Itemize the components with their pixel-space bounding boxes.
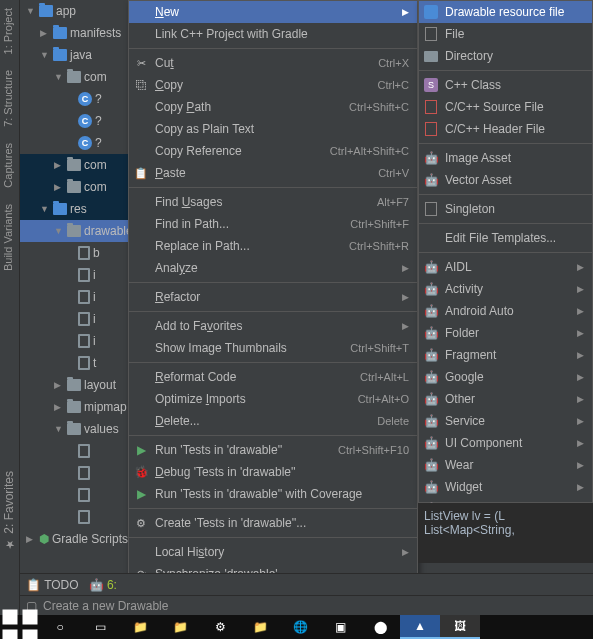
menu-item-edittmpl[interactable]: Edit File Templates... <box>419 227 592 249</box>
menu-item-label: Create 'Tests in 'drawable''... <box>155 516 409 530</box>
tree-node-manifests[interactable]: ▶manifests <box>20 22 133 44</box>
menu-item-reformat[interactable]: Reformat CodeCtrl+Alt+L <box>129 366 417 388</box>
task-app-active[interactable]: 🖼 <box>440 615 480 639</box>
logcat-tab[interactable]: 🤖 6: <box>89 578 117 592</box>
menu-item-copypath[interactable]: Copy PathCtrl+Shift+C <box>129 96 417 118</box>
menu-item-singleton[interactable]: Singleton <box>419 198 592 220</box>
tree-node-com1[interactable]: ▼com <box>20 66 133 88</box>
menu-item-linkcpp[interactable]: Link C++ Project with Gradle <box>129 23 417 45</box>
sidetab-structure[interactable]: 7: Structure <box>0 62 16 135</box>
sidetab-captures[interactable]: Captures <box>0 135 16 196</box>
menu-item-copy[interactable]: ⿻CopyCtrl+C <box>129 74 417 96</box>
sidetab-favorites[interactable]: ★ 2: Favorites <box>0 463 18 559</box>
xml-file-icon <box>78 312 90 326</box>
menu-item-cppsrc[interactable]: C/C++ Source File <box>419 96 592 118</box>
menu-item-label: C/C++ Source File <box>445 100 584 114</box>
sidetab-project[interactable]: 1: Project <box>0 0 16 62</box>
tree-node-file[interactable]: t <box>20 352 133 374</box>
menu-item-fragment[interactable]: 🤖Fragment▶ <box>419 344 592 366</box>
menu-item-service[interactable]: 🤖Service▶ <box>419 410 592 432</box>
tree-node-mipmap[interactable]: ▶mipmap <box>20 396 133 418</box>
task-app[interactable]: 🌐 <box>280 615 320 639</box>
menu-item-activity[interactable]: 🤖Activity▶ <box>419 278 592 300</box>
tree-node-com3[interactable]: ▶com <box>20 176 133 198</box>
menu-item-other[interactable]: 🤖Other▶ <box>419 388 592 410</box>
menu-item-folder[interactable]: 🤖Folder▶ <box>419 322 592 344</box>
menu-item-wear[interactable]: 🤖Wear▶ <box>419 454 592 476</box>
menu-item-directory[interactable]: Directory <box>419 45 592 67</box>
menu-item-drawres[interactable]: Drawable resource file <box>419 1 592 23</box>
menu-shortcut: Ctrl+C <box>378 79 409 91</box>
cortana-button[interactable]: ○ <box>40 615 80 639</box>
menu-item-addfav[interactable]: Add to Favorites▶ <box>129 315 417 337</box>
tree-node-file[interactable] <box>20 462 133 484</box>
menu-item-thumbs[interactable]: Show Image ThumbnailsCtrl+Shift+T <box>129 337 417 359</box>
chevron-down-icon: ▼ <box>54 226 64 236</box>
menu-item-uicomp[interactable]: 🤖UI Component▶ <box>419 432 592 454</box>
tree-node-app[interactable]: ▼app <box>20 0 133 22</box>
menu-item-cpphdr[interactable]: C/C++ Header File <box>419 118 592 140</box>
menu-item-aidl[interactable]: 🤖AIDL▶ <box>419 256 592 278</box>
menu-item-createtests[interactable]: ⚙Create 'Tests in 'drawable''... <box>129 512 417 534</box>
tree-node-file[interactable] <box>20 484 133 506</box>
task-app[interactable]: ⬤ <box>360 615 400 639</box>
menu-item-optimize[interactable]: Optimize ImportsCtrl+Alt+O <box>129 388 417 410</box>
menu-item-copyplain[interactable]: Copy as Plain Text <box>129 118 417 140</box>
menu-item-delete[interactable]: Delete...Delete <box>129 410 417 432</box>
tree-node-file[interactable]: i <box>20 286 133 308</box>
menu-item-label: Other <box>445 392 571 406</box>
tree-node-java[interactable]: ▼java <box>20 44 133 66</box>
tree-node-file[interactable] <box>20 440 133 462</box>
tree-node-class3[interactable]: C? <box>20 132 133 154</box>
menu-item-new[interactable]: New▶ <box>129 1 417 23</box>
menu-item-imgasset[interactable]: 🤖Image Asset <box>419 147 592 169</box>
menu-item-refactor[interactable]: Refactor▶ <box>129 286 417 308</box>
menu-item-vecasset[interactable]: 🤖Vector Asset <box>419 169 592 191</box>
start-button[interactable] <box>0 615 40 639</box>
menu-item-file[interactable]: File <box>419 23 592 45</box>
menu-item-findinpath[interactable]: Find in Path...Ctrl+Shift+F <box>129 213 417 235</box>
tree-node-layout[interactable]: ▶layout <box>20 374 133 396</box>
task-app[interactable]: 📁 <box>160 615 200 639</box>
menu-item-label: Fragment <box>445 348 571 362</box>
sidetab-build-variants[interactable]: Build Variants <box>0 196 16 279</box>
menu-item-google[interactable]: 🤖Google▶ <box>419 366 592 388</box>
tree-node-file[interactable]: i <box>20 308 133 330</box>
menu-item-analyze[interactable]: Analyze▶ <box>129 257 417 279</box>
tree-node-gradle[interactable]: ▶⬢Gradle Scripts <box>20 528 133 550</box>
android-icon: 🤖 <box>423 413 439 429</box>
menu-item-localhist[interactable]: Local History▶ <box>129 541 417 563</box>
menu-item-widget[interactable]: 🤖Widget▶ <box>419 476 592 498</box>
resource-file-icon <box>423 4 439 20</box>
tree-node-file[interactable]: i <box>20 330 133 352</box>
tree-node-file[interactable]: i <box>20 264 133 286</box>
menu-item-covtests[interactable]: ▶Run 'Tests in 'drawable'' with Coverage <box>129 483 417 505</box>
task-app[interactable]: ⚙ <box>200 615 240 639</box>
tree-node-res[interactable]: ▼res <box>20 198 133 220</box>
tree-node-drawable[interactable]: ▼drawable <box>20 220 133 242</box>
menu-item-androidauto[interactable]: 🤖Android Auto▶ <box>419 300 592 322</box>
task-app-active[interactable]: ▲ <box>400 615 440 639</box>
menu-item-cppclass[interactable]: SC++ Class <box>419 74 592 96</box>
menu-item-paste[interactable]: 📋PasteCtrl+V <box>129 162 417 184</box>
menu-item-replaceinpath[interactable]: Replace in Path...Ctrl+Shift+R <box>129 235 417 257</box>
menu-item-copyref[interactable]: Copy ReferenceCtrl+Alt+Shift+C <box>129 140 417 162</box>
menu-shortcut: Ctrl+X <box>378 57 409 69</box>
todo-tab[interactable]: 📋 TODO <box>26 578 79 592</box>
project-tree[interactable]: ▼app ▶manifests ▼java ▼com C? C? C? ▶com… <box>20 0 133 560</box>
tree-node-values[interactable]: ▼values <box>20 418 133 440</box>
tree-node-file[interactable]: b <box>20 242 133 264</box>
task-app[interactable]: ▣ <box>320 615 360 639</box>
tree-label: ? <box>95 92 102 106</box>
menu-item-runtests[interactable]: ▶Run 'Tests in 'drawable''Ctrl+Shift+F10 <box>129 439 417 461</box>
task-app[interactable]: 📁 <box>120 615 160 639</box>
menu-item-debugtests[interactable]: 🐞Debug 'Tests in 'drawable'' <box>129 461 417 483</box>
tree-node-class2[interactable]: C? <box>20 110 133 132</box>
tree-node-class1[interactable]: C? <box>20 88 133 110</box>
menu-item-cut[interactable]: ✂CutCtrl+X <box>129 52 417 74</box>
menu-item-findusages[interactable]: Find UsagesAlt+F7 <box>129 191 417 213</box>
taskview-button[interactable]: ▭ <box>80 615 120 639</box>
tree-node-file[interactable] <box>20 506 133 528</box>
tree-node-com2[interactable]: ▶com <box>20 154 133 176</box>
task-app[interactable]: 📁 <box>240 615 280 639</box>
